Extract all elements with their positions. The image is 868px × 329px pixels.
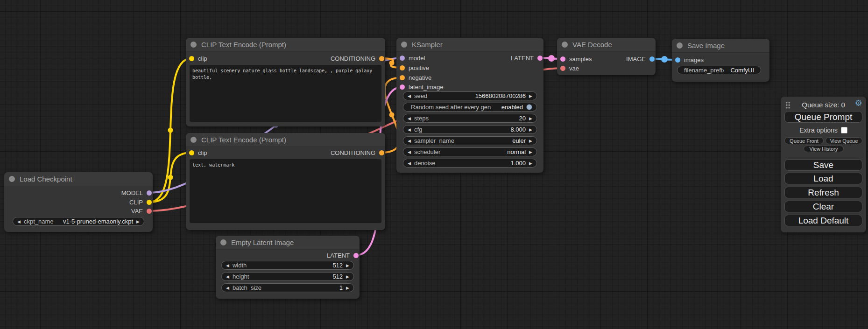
widget-label: seed	[414, 92, 427, 99]
prev-arrow-icon[interactable]: ◀	[408, 161, 411, 166]
conditioning-port[interactable]	[379, 150, 384, 155]
prev-arrow-icon[interactable]: ◀	[408, 94, 411, 98]
sampler-name-widget[interactable]: ◀ sampler_name euler ▶	[403, 136, 537, 145]
latent-port[interactable]	[353, 253, 359, 258]
input-label: positive	[409, 64, 429, 71]
queue-prompt-button[interactable]: Queue Prompt	[784, 111, 862, 123]
input-label: clip	[198, 55, 207, 62]
node-empty-latent-image[interactable]: Empty Latent Image LATENT ◀ width 512 ▶ …	[216, 236, 360, 299]
output-label: LATENT	[327, 252, 350, 259]
node-save-image[interactable]: Save Image images filename_prefix ComfyU…	[672, 39, 769, 82]
prev-arrow-icon[interactable]: ◀	[408, 116, 411, 121]
node-ksampler[interactable]: KSampler model positive negative latent_…	[396, 38, 543, 173]
node-header[interactable]: KSampler	[396, 38, 543, 52]
latent-port[interactable]	[560, 56, 565, 62]
cfg-widget[interactable]: ◀ cfg 8.000 ▶	[403, 125, 537, 134]
prev-arrow-icon[interactable]: ◀	[408, 139, 411, 143]
denoise-widget[interactable]: ◀ denoise 1.000 ▶	[403, 159, 537, 168]
output-label: CONDITIONING	[331, 149, 375, 156]
clip-port[interactable]	[189, 150, 194, 155]
prompt-text-area[interactable]: text, watermark	[190, 159, 381, 223]
next-arrow-icon[interactable]: ▶	[529, 127, 532, 132]
prev-arrow-icon[interactable]: ◀	[17, 219, 21, 224]
next-arrow-icon[interactable]: ▶	[529, 150, 532, 154]
output-vae: VAE	[131, 207, 152, 215]
node-clip-text-encode-positive[interactable]: CLIP Text Encode (Prompt) clip CONDITION…	[186, 38, 385, 126]
next-arrow-icon[interactable]: ▶	[346, 286, 349, 290]
filename-prefix-widget[interactable]: filename_prefix ComfyUI	[677, 66, 761, 74]
next-arrow-icon[interactable]: ▶	[529, 139, 532, 143]
view-queue-button[interactable]: View Queue	[826, 137, 862, 144]
comfyui-canvas[interactable]: { "colors": { "model": "#b39ddb", "clip"…	[0, 0, 868, 329]
node-header[interactable]: Empty Latent Image	[216, 236, 360, 250]
node-title: CLIP Text Encode (Prompt)	[201, 136, 286, 144]
toggle-icon[interactable]	[526, 104, 532, 110]
latent-port[interactable]	[537, 56, 543, 61]
load-default-button[interactable]: Load Default	[784, 215, 862, 226]
node-clip-text-encode-negative[interactable]: CLIP Text Encode (Prompt) clip CONDITION…	[186, 133, 385, 230]
queue-panel[interactable]: Queue size: 0 ⚙ Queue Prompt Extra optio…	[781, 97, 866, 232]
collapse-dot-icon[interactable]	[401, 42, 407, 48]
gear-icon[interactable]: ⚙	[855, 99, 862, 107]
clip-port[interactable]	[189, 56, 194, 61]
prompt-text-area[interactable]: beautiful scenery nature glass bottle la…	[190, 65, 381, 122]
next-arrow-icon[interactable]: ▶	[529, 116, 532, 121]
next-arrow-icon[interactable]: ▶	[346, 263, 349, 268]
height-widget[interactable]: ◀ height 512 ▶	[221, 272, 354, 281]
vae-port[interactable]	[560, 66, 565, 71]
batch-size-widget[interactable]: ◀ batch_size 1 ▶	[221, 283, 354, 292]
collapse-dot-icon[interactable]	[191, 137, 197, 143]
input-clip: clip	[189, 149, 207, 156]
prev-arrow-icon[interactable]: ◀	[226, 274, 229, 279]
next-arrow-icon[interactable]: ▶	[136, 219, 140, 224]
node-header[interactable]: CLIP Text Encode (Prompt)	[186, 38, 385, 52]
collapse-dot-icon[interactable]	[191, 42, 197, 48]
model-port[interactable]	[147, 190, 152, 196]
refresh-button[interactable]: Refresh	[784, 187, 862, 198]
seed-widget[interactable]: ◀ seed 156680208700286 ▶	[403, 91, 537, 100]
collapse-dot-icon[interactable]	[677, 42, 683, 49]
view-history-button[interactable]: View History	[804, 146, 844, 152]
model-port[interactable]	[400, 56, 405, 61]
next-arrow-icon[interactable]: ▶	[529, 94, 532, 98]
node-header[interactable]: Save Image	[672, 39, 769, 53]
clear-button[interactable]: Clear	[784, 201, 862, 212]
widget-value: euler	[512, 137, 526, 144]
next-arrow-icon[interactable]: ▶	[346, 274, 349, 279]
node-vae-decode[interactable]: VAE Decode samples vae IMAGE	[557, 38, 656, 75]
collapse-dot-icon[interactable]	[562, 42, 568, 48]
vae-port[interactable]	[147, 209, 152, 214]
widget-value: normal	[507, 148, 526, 155]
steps-widget[interactable]: ◀ steps 20 ▶	[403, 114, 537, 123]
input-vae: vae	[560, 64, 579, 72]
clip-port[interactable]	[147, 200, 152, 205]
collapse-dot-icon[interactable]	[220, 239, 226, 245]
extra-options-label: Extra options	[799, 126, 838, 134]
prev-arrow-icon[interactable]: ◀	[226, 286, 229, 290]
save-button[interactable]: Save	[784, 159, 862, 171]
scheduler-widget[interactable]: ◀ scheduler normal ▶	[403, 147, 537, 156]
node-header[interactable]: CLIP Text Encode (Prompt)	[186, 133, 385, 147]
next-arrow-icon[interactable]: ▶	[529, 161, 532, 166]
image-port[interactable]	[649, 56, 655, 62]
prev-arrow-icon[interactable]: ◀	[226, 263, 229, 268]
node-header[interactable]: VAE Decode	[557, 38, 656, 52]
widget-label: filename_prefix	[684, 67, 724, 74]
image-port[interactable]	[675, 57, 680, 63]
queue-front-button[interactable]: Queue Front	[784, 137, 824, 144]
node-header[interactable]: Load Checkpoint	[4, 172, 153, 186]
load-button[interactable]: Load	[784, 173, 862, 184]
extra-options-checkbox[interactable]	[841, 127, 847, 133]
conditioning-port[interactable]	[400, 75, 405, 80]
latent-port[interactable]	[400, 84, 405, 90]
prev-arrow-icon[interactable]: ◀	[408, 150, 411, 154]
conditioning-port[interactable]	[400, 65, 405, 70]
ckpt-name-widget[interactable]: ◀ ckpt_name v1-5-pruned-emaonly.ckpt ▶	[13, 217, 144, 226]
width-widget[interactable]: ◀ width 512 ▶	[221, 261, 354, 270]
conditioning-port[interactable]	[379, 56, 384, 61]
collapse-dot-icon[interactable]	[9, 176, 15, 182]
random-seed-widget[interactable]: Random seed after every gen enabled	[403, 103, 537, 112]
node-load-checkpoint[interactable]: Load Checkpoint MODEL CLIP VAE ◀ ckpt_na…	[4, 172, 153, 232]
prev-arrow-icon[interactable]: ◀	[408, 127, 411, 132]
widget-label: cfg	[414, 126, 422, 133]
